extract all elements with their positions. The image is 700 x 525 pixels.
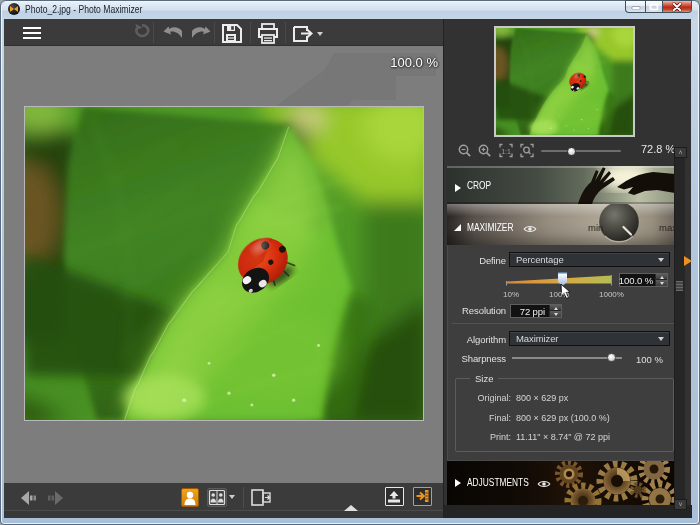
svg-text:min: min: [588, 222, 603, 233]
svg-text:1:1: 1:1: [501, 148, 511, 155]
svg-text:max: max: [659, 222, 675, 233]
